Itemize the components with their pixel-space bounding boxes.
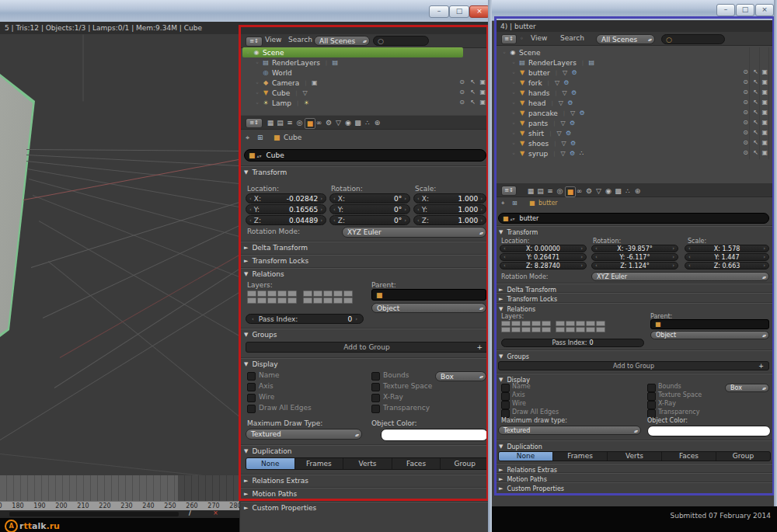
- duplication-faces-button[interactable]: Faces: [392, 458, 441, 469]
- object-color-swatch[interactable]: [647, 426, 771, 436]
- outliner-row-syrup[interactable]: ◦▼syrup|▽⚙∴⊙↖▣: [499, 148, 770, 158]
- restrict-select-cursor-icon[interactable]: ↖: [753, 78, 758, 85]
- arrow-right-icon[interactable]: ›: [763, 263, 765, 269]
- editor-type-selector[interactable]: ≡↕: [246, 37, 263, 47]
- max-draw-dropdown[interactable]: Textured▴▾: [498, 426, 641, 435]
- tab-render[interactable]: ▦: [266, 118, 275, 127]
- outliner-row-shoes[interactable]: ◦▼shoes|▽⚙⊙↖▣: [499, 138, 770, 148]
- panel-transform-locks[interactable]: ►Transform Locks: [241, 255, 488, 266]
- arrow-left-icon[interactable]: ‹: [417, 196, 420, 202]
- stepper-icon[interactable]: ▴▾: [257, 153, 262, 158]
- modifier-wrench-icon[interactable]: ⚙: [562, 79, 571, 86]
- checkbox-x-ray[interactable]: [647, 401, 656, 409]
- restrict-select-cursor-icon[interactable]: ↖: [470, 89, 476, 96]
- lamp-data-icon[interactable]: ☀: [301, 99, 311, 106]
- layer-toggle[interactable]: [586, 327, 595, 332]
- duplication-none-button[interactable]: None: [499, 452, 553, 461]
- layer-toggle[interactable]: [267, 297, 277, 304]
- layer-toggle[interactable]: [343, 297, 353, 304]
- transform-field[interactable]: ‹X:-0.02842›: [246, 193, 326, 203]
- layer-toggle[interactable]: [521, 321, 531, 326]
- mesh-data-icon[interactable]: ▽: [301, 89, 310, 96]
- restrict-visibility-eye-icon[interactable]: ⊙: [743, 78, 748, 85]
- restrict-visibility-eye-icon[interactable]: ⊙: [743, 99, 748, 106]
- arrow-left-icon[interactable]: ‹: [333, 196, 336, 202]
- editor-type-selector[interactable]: ≡↕: [501, 186, 517, 196]
- arrow-left-icon[interactable]: ‹: [252, 316, 254, 322]
- checkbox-bounds[interactable]: [647, 384, 656, 392]
- mesh-data-icon[interactable]: ▽: [560, 89, 570, 96]
- parent-type-dropdown[interactable]: Object▴▾: [650, 331, 769, 339]
- restrict-render-camera-icon[interactable]: ▣: [479, 89, 486, 96]
- layer-toggle[interactable]: [287, 290, 297, 297]
- duplication-frames-button[interactable]: Frames: [553, 452, 608, 461]
- add-to-group-button[interactable]: Add to Group +: [498, 361, 769, 370]
- restrict-render-camera-icon[interactable]: ▣: [761, 89, 768, 96]
- mesh-data-icon[interactable]: ▽: [554, 130, 563, 137]
- restrict-visibility-eye-icon[interactable]: ⊙: [459, 99, 465, 106]
- transform-field[interactable]: ‹X: 1.578›: [685, 245, 769, 252]
- outliner-row-shirt[interactable]: ◦▼shirt|▽⚙⊙↖▣: [499, 128, 770, 138]
- arrow-right-icon[interactable]: ›: [404, 217, 406, 224]
- renderlayer-icon[interactable]: ▤: [587, 59, 596, 66]
- window-titlebar[interactable]: [0, 0, 491, 23]
- expander-icon[interactable]: ◦: [244, 50, 252, 56]
- panel-groups[interactable]: ▼Groups: [241, 329, 488, 340]
- 3d-viewport[interactable]: [0, 34, 239, 475]
- layer-toggle[interactable]: [267, 290, 277, 297]
- restrict-render-camera-icon[interactable]: ▣: [761, 99, 768, 106]
- layer-toggle[interactable]: [277, 297, 287, 304]
- layer-toggle[interactable]: [511, 327, 521, 332]
- transform-field[interactable]: ‹Y: 0.26471›: [500, 253, 587, 261]
- expander-icon[interactable]: ◦: [510, 151, 517, 157]
- outliner-row-butter[interactable]: ◦▼butter|▽⚙⊙↖▣: [499, 68, 770, 78]
- arrow-right-icon[interactable]: ›: [320, 207, 322, 213]
- outliner-row-scene[interactable]: ◦◉Scene: [242, 47, 463, 57]
- tab-render-layers[interactable]: ▤: [536, 186, 545, 196]
- modifier-wrench-icon[interactable]: ⚙: [563, 130, 573, 137]
- tab-texture[interactable]: ▩: [354, 118, 363, 127]
- arrow-left-icon[interactable]: ‹: [249, 207, 252, 213]
- max-draw-dropdown[interactable]: Textured▴▾: [246, 429, 362, 440]
- expander-icon[interactable]: ◦: [253, 60, 261, 66]
- layer-toggle[interactable]: [521, 327, 531, 332]
- layer-toggle[interactable]: [556, 327, 565, 332]
- panel-delta-transform[interactable]: ►Delta Transform: [241, 242, 488, 253]
- mesh-data-icon[interactable]: ▽: [552, 79, 562, 86]
- plus-icon[interactable]: +: [476, 343, 483, 351]
- layer-toggle[interactable]: [303, 290, 312, 297]
- outliner-row-renderlayers[interactable]: ◦▤RenderLayers|▤: [242, 57, 488, 68]
- transform-field[interactable]: ‹Y: 1.447›: [685, 253, 769, 261]
- transform-field[interactable]: ‹Z:0°›: [329, 215, 410, 225]
- tab-material[interactable]: ◉: [604, 186, 613, 196]
- arrow-right-icon[interactable]: ›: [404, 196, 406, 202]
- tab-constraints[interactable]: ∞: [315, 118, 324, 127]
- nodes-icon[interactable]: ⊞: [257, 134, 263, 141]
- restrict-render-camera-icon[interactable]: ▣: [761, 78, 768, 85]
- renderlayer-icon[interactable]: ▤: [330, 59, 340, 66]
- arrow-right-icon[interactable]: ›: [580, 254, 583, 260]
- expander-icon[interactable]: ◦: [253, 100, 261, 106]
- layer-toggle[interactable]: [511, 321, 521, 326]
- transform-field[interactable]: ‹Y: -6.117°›: [591, 253, 678, 261]
- panel-groups[interactable]: ▼Groups: [496, 350, 773, 362]
- layer-toggle[interactable]: [566, 321, 575, 326]
- layer-toggle[interactable]: [586, 321, 595, 326]
- restrict-render-camera-icon[interactable]: ▣: [479, 99, 486, 106]
- checkbox-texture-space[interactable]: [371, 383, 380, 391]
- panel-transform[interactable]: ▼Transform: [241, 166, 488, 178]
- restrict-render-camera-icon[interactable]: ▣: [761, 119, 768, 126]
- restrict-select-cursor-icon[interactable]: ↖: [753, 68, 758, 75]
- arrow-right-icon[interactable]: ›: [763, 254, 765, 260]
- tab-world[interactable]: ◎: [556, 186, 565, 196]
- tab-texture[interactable]: ▩: [614, 186, 623, 196]
- transform-field[interactable]: ‹Y:1.000›: [413, 204, 486, 214]
- maximize-button[interactable]: □: [736, 4, 754, 16]
- restrict-select-cursor-icon[interactable]: ↖: [753, 99, 758, 106]
- restrict-select-cursor-icon[interactable]: ↖: [470, 99, 476, 106]
- mesh-data-icon[interactable]: ▽: [560, 69, 570, 76]
- expander-icon[interactable]: ◦: [510, 90, 517, 96]
- expander-icon[interactable]: ◦: [253, 80, 261, 86]
- layer-toggle[interactable]: [576, 327, 585, 332]
- panel-motion-paths[interactable]: ►Motion Paths: [241, 488, 488, 499]
